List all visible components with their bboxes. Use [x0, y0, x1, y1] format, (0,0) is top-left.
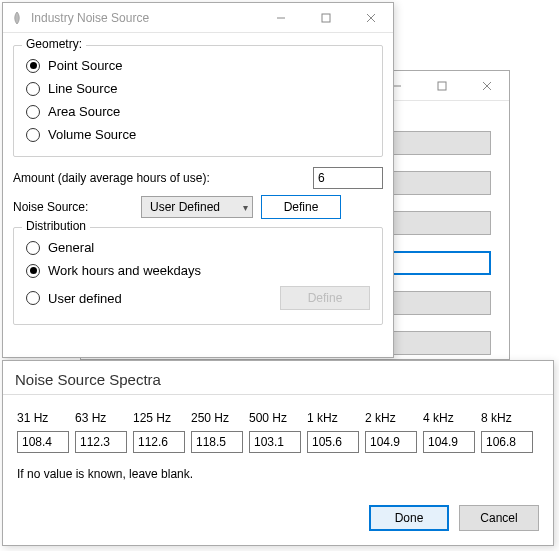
divider: [3, 394, 553, 395]
radio-area-source[interactable]: Area Source: [24, 100, 372, 123]
bg-field-5[interactable]: [381, 291, 491, 315]
freq-label: 4 kHz: [423, 411, 475, 425]
radio-general[interactable]: General: [24, 236, 372, 259]
radio-icon: [26, 82, 40, 96]
noise-source-row: Noise Source: User Defined ▾ Define: [13, 195, 383, 219]
spectra-note: If no value is known, leave blank.: [3, 453, 553, 481]
radio-icon: [26, 291, 40, 305]
spectra-title: Noise Source Spectra: [3, 361, 553, 394]
minimize-button[interactable]: [258, 3, 303, 32]
freq-input-250hz[interactable]: [191, 431, 243, 453]
radio-label: General: [48, 240, 94, 255]
svg-rect-1: [438, 82, 446, 90]
radio-user-defined-dist[interactable]: User defined Define: [24, 282, 372, 314]
radio-label: Area Source: [48, 104, 120, 119]
radio-label: Volume Source: [48, 127, 136, 142]
define-distribution-button: Define: [280, 286, 370, 310]
radio-icon: [26, 105, 40, 119]
radio-icon: [26, 241, 40, 255]
radio-label: User defined: [48, 291, 122, 306]
spectra-window: Noise Source Spectra 31 Hz 63 Hz 125 Hz …: [2, 360, 554, 546]
app-icon: [9, 10, 25, 26]
combo-value: User Defined: [150, 200, 220, 214]
close-button[interactable]: [348, 3, 393, 32]
distribution-legend: Distribution: [22, 219, 90, 233]
radio-line-source[interactable]: Line Source: [24, 77, 372, 100]
radio-label: Point Source: [48, 58, 122, 73]
freq-input-1khz[interactable]: [307, 431, 359, 453]
freq-input-63hz[interactable]: [75, 431, 127, 453]
chevron-down-icon: ▾: [243, 202, 248, 213]
radio-volume-source[interactable]: Volume Source: [24, 123, 372, 146]
geometry-group: Geometry: Point Source Line Source Area …: [13, 45, 383, 157]
freq-label: 500 Hz: [249, 411, 301, 425]
radio-label: Work hours and weekdays: [48, 263, 201, 278]
bg-close-button[interactable]: [464, 71, 509, 100]
radio-work-hours[interactable]: Work hours and weekdays: [24, 259, 372, 282]
bg-field-4[interactable]: [381, 251, 491, 275]
bg-field-6[interactable]: [381, 331, 491, 355]
radio-icon: [26, 264, 40, 278]
radio-point-source[interactable]: Point Source: [24, 54, 372, 77]
freq-input-125hz[interactable]: [133, 431, 185, 453]
cancel-button[interactable]: Cancel: [459, 505, 539, 531]
svg-rect-5: [322, 14, 330, 22]
noise-source-label: Noise Source:: [13, 200, 133, 214]
bg-maximize-button[interactable]: [419, 71, 464, 100]
bg-field-1[interactable]: [381, 131, 491, 155]
amount-input[interactable]: [313, 167, 383, 189]
freq-input-8khz[interactable]: [481, 431, 533, 453]
radio-icon: [26, 128, 40, 142]
noise-source-combo[interactable]: User Defined ▾: [141, 196, 253, 218]
geometry-legend: Geometry:: [22, 37, 86, 51]
freq-header-row: 31 Hz 63 Hz 125 Hz 250 Hz 500 Hz 1 kHz 2…: [3, 411, 553, 425]
window-title: Industry Noise Source: [31, 11, 258, 25]
bg-field-2[interactable]: [381, 171, 491, 195]
freq-input-4khz[interactable]: [423, 431, 475, 453]
freq-label: 31 Hz: [17, 411, 69, 425]
freq-input-500hz[interactable]: [249, 431, 301, 453]
radio-label: Line Source: [48, 81, 117, 96]
define-noise-source-button[interactable]: Define: [261, 195, 341, 219]
freq-label: 250 Hz: [191, 411, 243, 425]
amount-label: Amount (daily average hours of use):: [13, 171, 210, 185]
industry-noise-window: Industry Noise Source Geometry: Point So…: [2, 2, 394, 358]
done-button[interactable]: Done: [369, 505, 449, 531]
freq-label: 63 Hz: [75, 411, 127, 425]
titlebar: Industry Noise Source: [3, 3, 393, 33]
freq-label: 125 Hz: [133, 411, 185, 425]
freq-input-31hz[interactable]: [17, 431, 69, 453]
freq-label: 2 kHz: [365, 411, 417, 425]
freq-input-2khz[interactable]: [365, 431, 417, 453]
bg-field-3[interactable]: [381, 211, 491, 235]
distribution-group: Distribution General Work hours and week…: [13, 227, 383, 325]
freq-label: 8 kHz: [481, 411, 533, 425]
maximize-button[interactable]: [303, 3, 348, 32]
amount-row: Amount (daily average hours of use):: [13, 167, 383, 189]
freq-value-row: [3, 431, 553, 453]
freq-label: 1 kHz: [307, 411, 359, 425]
radio-icon: [26, 59, 40, 73]
